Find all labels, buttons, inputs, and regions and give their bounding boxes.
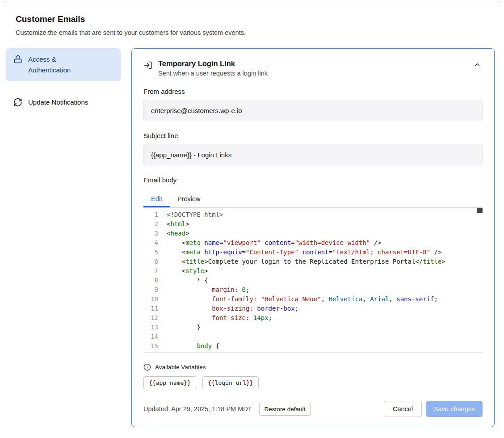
- editor-line: 9 margin: 0;: [143, 285, 483, 295]
- code-text: <head>: [158, 229, 483, 238]
- editor-line: 5 <meta http-equiv="Content-Type" conten…: [143, 248, 483, 257]
- code-text: <style>: [158, 266, 483, 276]
- customer-emails-page: Customer Emails Customize the emails tha…: [0, 0, 504, 427]
- code-text: <html>: [158, 219, 483, 229]
- line-number: 3: [143, 229, 158, 238]
- line-number: 7: [143, 266, 158, 276]
- template-header: Temporary Login Link Sent when a user re…: [143, 59, 483, 77]
- top-card-edge: [4, 0, 500, 3]
- subject-line-input[interactable]: [143, 144, 483, 165]
- code-text: margin: 0;: [158, 285, 483, 295]
- email-body-editor[interactable]: 1<!DOCTYPE html>2<html>3<head>4 <meta na…: [143, 208, 483, 353]
- editor-lines: 1<!DOCTYPE html>2<html>3<head>4 <meta na…: [143, 210, 483, 353]
- code-text: <title>Complete your login to the Replic…: [158, 257, 483, 266]
- line-number: 13: [143, 323, 158, 332]
- restore-default-button[interactable]: Restore default: [259, 403, 311, 416]
- line-number: 16: [143, 351, 158, 353]
- tab-preview[interactable]: Preview: [170, 191, 208, 207]
- template-header-titles: Temporary Login Link Sent when a user re…: [158, 59, 268, 77]
- chevron-up-icon: [473, 60, 482, 69]
- sidebar-item-update-notifications[interactable]: Update Notifications: [6, 91, 121, 114]
- code-text: body {: [158, 341, 483, 351]
- code-text: font-size: 14px;: [158, 313, 483, 323]
- editor-line: 10 font-family: "Helvetica Neue", Helvet…: [143, 295, 483, 304]
- page-title: Customer Emails: [16, 14, 488, 24]
- line-number: 1: [143, 210, 158, 219]
- page-subtitle: Customize the emails that are sent to yo…: [16, 29, 488, 36]
- subject-line-label: Subject line: [143, 132, 483, 139]
- code-text: * {: [158, 276, 483, 285]
- sidebar-item-label: Access & Authentication: [28, 54, 96, 76]
- content-area: Access & AuthenticationUpdate Notificati…: [6, 48, 495, 427]
- code-text: }: [158, 323, 483, 332]
- settings-sidebar: Access & AuthenticationUpdate Notificati…: [6, 48, 121, 114]
- editor-line: 12 font-size: 14px;: [143, 313, 483, 323]
- line-number: 9: [143, 285, 158, 295]
- editor-line: 11 box-sizing: border-box;: [143, 304, 483, 313]
- variable-chip-app-name[interactable]: {{app_name}}: [143, 376, 196, 389]
- line-number: 2: [143, 219, 158, 229]
- template-title: Temporary Login Link: [158, 59, 268, 68]
- line-number: 10: [143, 295, 158, 304]
- editor-line: 15 body {: [143, 341, 483, 351]
- editor-line: 7 <style>: [143, 266, 483, 276]
- variable-chips: {{app_name}}{{login_url}}: [143, 376, 483, 389]
- code-text: box-sizing: border-box;: [158, 304, 483, 313]
- save-changes-button[interactable]: Save changes: [426, 401, 483, 417]
- tab-edit[interactable]: Edit: [143, 191, 170, 207]
- info-icon: [143, 363, 151, 371]
- line-number: 14: [143, 332, 158, 341]
- line-number: 15: [143, 341, 158, 351]
- login-icon: [143, 61, 152, 70]
- sidebar-item-access-authentication[interactable]: Access & Authentication: [6, 48, 121, 81]
- cancel-button[interactable]: Cancel: [384, 401, 422, 417]
- code-text: font-family: "Helvetica Neue", Helvetica…: [158, 295, 483, 304]
- updated-timestamp: Updated: Apr 29, 2025, 1:18 PM MDT: [143, 405, 252, 413]
- editor-line: 13 }: [143, 323, 483, 332]
- available-variables-row: Available Variables: [143, 363, 483, 371]
- from-address-input[interactable]: [143, 100, 483, 121]
- editor-line: 6 <title>Complete your login to the Repl…: [143, 257, 483, 266]
- editor-tab-bar: EditPreview: [143, 191, 483, 208]
- editor-line: 3<head>: [143, 229, 483, 238]
- code-text: background-color: #f6f6f6;: [158, 351, 483, 353]
- line-number: 11: [143, 304, 158, 313]
- editor-line: 8 * {: [143, 276, 483, 285]
- lock-icon: [13, 55, 22, 64]
- code-text: <!DOCTYPE html>: [158, 210, 483, 219]
- editor-line: 2<html>: [143, 219, 483, 229]
- line-number: 5: [143, 248, 158, 257]
- sidebar-item-label: Update Notifications: [28, 97, 88, 108]
- refresh-icon: [13, 98, 22, 107]
- editor-scrollbar-thumb[interactable]: [477, 208, 483, 213]
- variable-chip-login-url[interactable]: {{login_url}}: [202, 376, 259, 389]
- code-text: <meta name="viewport" content="width=dev…: [158, 238, 483, 248]
- line-number: 6: [143, 257, 158, 266]
- line-number: 8: [143, 276, 158, 285]
- email-template-card: Temporary Login Link Sent when a user re…: [131, 48, 495, 427]
- editor-line: 14: [143, 332, 483, 341]
- line-number: 4: [143, 238, 158, 248]
- editor-line: 4 <meta name="viewport" content="width=d…: [143, 238, 483, 248]
- template-subtitle: Sent when a user requests a login link: [158, 70, 268, 77]
- from-address-label: From address: [143, 88, 483, 95]
- code-text: [158, 332, 483, 341]
- available-variables-label: Available Variables: [155, 364, 206, 371]
- code-text: <meta http-equiv="Content-Type" content=…: [158, 248, 483, 257]
- card-footer: Updated: Apr 29, 2025, 1:18 PM MDT Resto…: [143, 401, 483, 417]
- email-body-label: Email body: [143, 176, 483, 184]
- collapse-button[interactable]: [472, 59, 483, 70]
- editor-line: 1<!DOCTYPE html>: [143, 210, 483, 219]
- editor-line: 16 background-color: #f6f6f6;: [143, 351, 483, 353]
- line-number: 12: [143, 313, 158, 323]
